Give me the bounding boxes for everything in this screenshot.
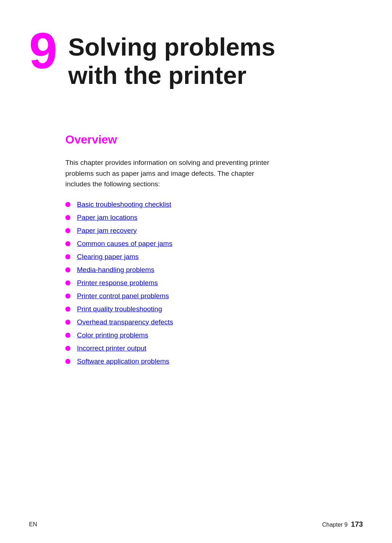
toc-list-item: Print quality troubleshooting <box>65 305 363 313</box>
toc-link-3[interactable]: Common causes of paper jams <box>77 240 172 248</box>
bullet-icon <box>65 202 70 207</box>
content-area: Overview This chapter provides informati… <box>29 133 363 365</box>
toc-link-4[interactable]: Clearing paper jams <box>77 253 139 261</box>
toc-link-7[interactable]: Printer control panel problems <box>77 292 169 300</box>
toc-link-1[interactable]: Paper jam locations <box>77 214 138 222</box>
toc-list-item: Media-handling problems <box>65 266 363 274</box>
toc-list-item: Printer response problems <box>65 279 363 287</box>
toc-list-item: Incorrect printer output <box>65 344 363 352</box>
chapter-header: 9 Solving problems with the printer <box>29 22 363 89</box>
toc-list-item: Common causes of paper jams <box>65 240 363 248</box>
toc-link-10[interactable]: Color printing problems <box>77 331 148 339</box>
toc-list-item: Printer control panel problems <box>65 292 363 300</box>
toc-list: Basic troubleshooting checklistPaper jam… <box>65 200 363 365</box>
chapter-title-line2: with the printer <box>68 61 246 89</box>
bullet-icon <box>65 359 70 364</box>
toc-list-item: Software application problems <box>65 357 363 365</box>
bullet-icon <box>65 293 70 299</box>
toc-link-0[interactable]: Basic troubleshooting checklist <box>77 200 171 208</box>
bullet-icon <box>65 280 70 285</box>
toc-list-item: Clearing paper jams <box>65 253 363 261</box>
toc-list-item: Basic troubleshooting checklist <box>65 200 363 208</box>
bullet-icon <box>65 333 70 338</box>
bullet-icon <box>65 215 70 220</box>
bullet-icon <box>65 307 70 312</box>
footer-language: EN <box>29 521 37 528</box>
bullet-icon <box>65 241 70 246</box>
toc-list-item: Color printing problems <box>65 331 363 339</box>
bullet-icon <box>65 267 70 272</box>
footer-page-info: Chapter 9 173 <box>322 520 363 528</box>
overview-title: Overview <box>65 133 363 146</box>
footer-page-number: 173 <box>351 520 363 528</box>
bullet-icon <box>65 320 70 325</box>
bullet-icon <box>65 228 70 233</box>
toc-list-item: Overhead transparency defects <box>65 318 363 326</box>
toc-link-5[interactable]: Media-handling problems <box>77 266 154 274</box>
toc-link-2[interactable]: Paper jam recovery <box>77 227 137 235</box>
bullet-icon <box>65 346 70 351</box>
intro-text: This chapter provides information on sol… <box>65 157 276 189</box>
chapter-title: Solving problems with the printer <box>68 29 275 89</box>
toc-list-item: Paper jam locations <box>65 214 363 222</box>
bullet-icon <box>65 254 70 259</box>
toc-list-item: Paper jam recovery <box>65 227 363 235</box>
footer-chapter-label: Chapter 9 <box>322 522 347 528</box>
page-footer: EN Chapter 9 173 <box>29 520 363 528</box>
toc-link-9[interactable]: Overhead transparency defects <box>77 318 173 326</box>
toc-link-8[interactable]: Print quality troubleshooting <box>77 305 162 313</box>
page-container: 9 Solving problems with the printer Over… <box>0 0 392 543</box>
toc-link-12[interactable]: Software application problems <box>77 357 170 365</box>
toc-link-6[interactable]: Printer response problems <box>77 279 158 287</box>
chapter-number: 9 <box>29 25 57 76</box>
toc-link-11[interactable]: Incorrect printer output <box>77 344 146 352</box>
chapter-title-line1: Solving problems <box>68 33 275 61</box>
